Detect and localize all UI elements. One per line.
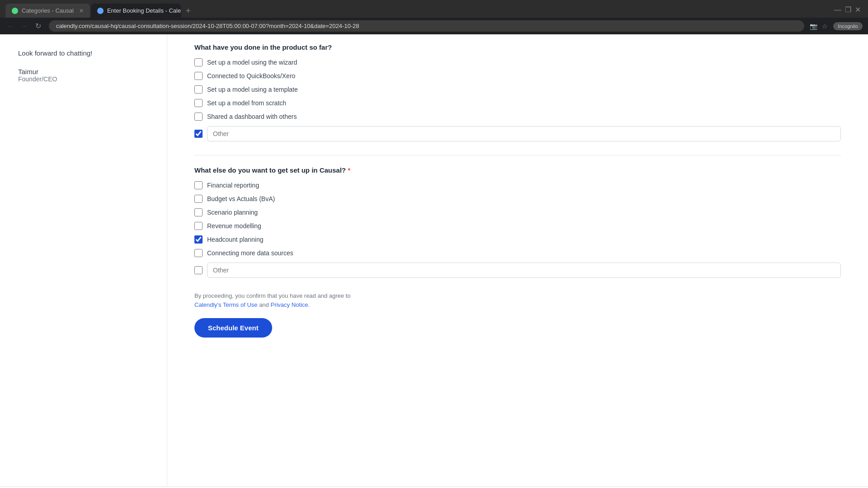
checkbox-item-template: Set up a model using a template (194, 85, 841, 94)
forward-button[interactable]: → (19, 21, 30, 32)
checkbox-other-s2[interactable] (194, 266, 203, 274)
url-text: calendly.com/causal-hq/causal-consultati… (56, 23, 797, 29)
schedule-event-button[interactable]: Schedule Event (194, 318, 272, 338)
checkbox-item-bva: Budget vs Actuals (BvA) (194, 195, 841, 203)
checkbox-item-dashboard: Shared a dashboard with others (194, 113, 841, 121)
checkbox-bva-label[interactable]: Budget vs Actuals (BvA) (207, 195, 275, 202)
tab-label-2: Enter Booking Details - Calend... (107, 7, 181, 14)
checkbox-bva[interactable] (194, 195, 203, 203)
checkbox-dashboard[interactable] (194, 113, 203, 121)
checkbox-headcount[interactable] (194, 235, 203, 244)
legal-section: By proceeding, you confirm that you have… (194, 291, 841, 338)
checkbox-quickbooks-label[interactable]: Connected to QuickBooks/Xero (207, 72, 295, 80)
checkbox-item-revenue: Revenue modelling (194, 222, 841, 230)
tab-favicon-1 (12, 8, 18, 14)
left-panel: Look forward to chatting! Taimur Founder… (0, 34, 167, 486)
section2-title: What else do you want to get set up in C… (194, 166, 841, 174)
checkbox-item-scenario: Scenario planning (194, 208, 841, 216)
tab-favicon-2 (97, 8, 104, 14)
checkbox-wizard-label[interactable]: Set up a model using the wizard (207, 59, 297, 66)
checkbox-item-datasources: Connecting more data sources (194, 249, 841, 257)
checkbox-item-headcount: Headcount planning (194, 235, 841, 244)
checkbox-scenario[interactable] (194, 208, 203, 216)
section1-title: What have you done in the product so far… (194, 43, 841, 51)
checkbox-template-label[interactable]: Set up a model using a template (207, 86, 298, 93)
greeting-text: Look forward to chatting! (18, 48, 149, 59)
checkbox-item-financial: Financial reporting (194, 181, 841, 189)
checkbox-scratch[interactable] (194, 99, 203, 107)
tab-label-1: Categories - Causal (22, 7, 74, 14)
privacy-link[interactable]: Privacy Notice. (270, 301, 310, 308)
checkbox-revenue-label[interactable]: Revenue modelling (207, 222, 261, 230)
other-text-input-s1[interactable] (207, 126, 841, 141)
checkbox-template[interactable] (194, 85, 203, 94)
checkbox-quickbooks[interactable] (194, 72, 203, 80)
right-panel: What have you done in the product so far… (167, 34, 868, 486)
tab-close-1[interactable]: ✕ (79, 8, 84, 14)
required-marker: * (346, 166, 350, 174)
checkbox-financial[interactable] (194, 181, 203, 189)
back-button[interactable]: ← (5, 21, 16, 32)
person-title: Founder/CEO (18, 75, 149, 83)
section-done-so-far: What have you done in the product so far… (194, 43, 841, 141)
tab-categories[interactable]: Categories - Causal ✕ (5, 4, 90, 18)
section-divider (194, 155, 841, 155)
section-want-to-setup: What else do you want to get set up in C… (194, 166, 841, 278)
checkbox-financial-label[interactable]: Financial reporting (207, 182, 259, 189)
camera-icon[interactable]: 📷 (810, 23, 817, 30)
terms-link[interactable]: Calendly's Terms of Use (194, 301, 258, 308)
nav-buttons: ← → ↻ (5, 21, 43, 32)
browser-toolbar-icons: 📷 ☆ (810, 23, 828, 30)
minimize-button[interactable]: — (834, 6, 841, 14)
checkbox-item-wizard: Set up a model using the wizard (194, 58, 841, 66)
close-window-button[interactable]: ✕ (855, 5, 861, 14)
tab-booking[interactable]: Enter Booking Details - Calend... ✕ (91, 4, 181, 18)
checkbox-headcount-label[interactable]: Headcount planning (207, 236, 264, 243)
checkbox-dashboard-label[interactable]: Shared a dashboard with others (207, 113, 297, 120)
legal-text: By proceeding, you confirm that you have… (194, 291, 841, 309)
checkbox-item-other-s2 (194, 263, 841, 278)
incognito-badge[interactable]: Incognito (833, 22, 863, 30)
new-tab-button[interactable]: + (182, 5, 194, 18)
person-name: Taimur (18, 68, 149, 75)
checkbox-datasources-label[interactable]: Connecting more data sources (207, 249, 293, 257)
checkbox-wizard[interactable] (194, 58, 203, 66)
page-content: Look forward to chatting! Taimur Founder… (0, 34, 868, 486)
checkbox-item-scratch: Set up a model from scratch (194, 99, 841, 107)
checkbox-datasources[interactable] (194, 249, 203, 257)
reload-button[interactable]: ↻ (33, 21, 43, 32)
checkbox-other-s1[interactable] (194, 130, 203, 138)
page-footer: Cookie settings Report abuse (0, 486, 868, 488)
window-controls: — ❐ ✕ (834, 5, 861, 14)
address-bar-row: ← → ↻ calendly.com/causal-hq/causal-cons… (0, 18, 868, 34)
maximize-button[interactable]: ❐ (845, 5, 851, 14)
tab-bar: Categories - Causal ✕ Enter Booking Deta… (5, 4, 194, 18)
checkbox-item-other-s1 (194, 126, 841, 141)
checkbox-scenario-label[interactable]: Scenario planning (207, 209, 258, 216)
address-bar[interactable]: calendly.com/causal-hq/causal-consultati… (49, 20, 804, 32)
checkbox-item-quickbooks: Connected to QuickBooks/Xero (194, 72, 841, 80)
checkbox-revenue[interactable] (194, 222, 203, 230)
checkbox-scratch-label[interactable]: Set up a model from scratch (207, 99, 286, 107)
bookmark-icon[interactable]: ☆ (822, 23, 828, 30)
other-text-input-s2[interactable] (207, 263, 841, 278)
browser-chrome: Categories - Causal ✕ Enter Booking Deta… (0, 0, 868, 34)
